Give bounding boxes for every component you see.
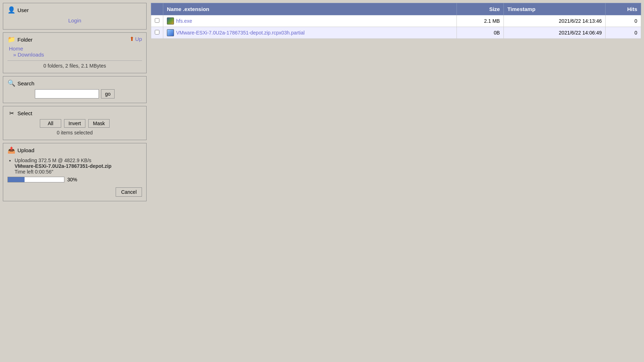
table-header-row: Name .extension Size Timestamp Hits <box>151 3 641 15</box>
select-mask-button[interactable]: Mask <box>88 119 110 128</box>
row-checkbox[interactable] <box>155 30 159 34</box>
upload-filename: VMware-ESXi-7.0U2a-17867351-depot.zip <box>15 163 111 169</box>
select-panel: ✂ Select All Invert Mask 0 items selecte… <box>3 106 147 140</box>
table-row: VMware-ESXi-7.0U2a-17867351-depot.zip.rc… <box>151 27 641 39</box>
search-panel: 🔍 Search go <box>3 76 147 103</box>
downloads-link[interactable]: Downloads <box>13 52 142 58</box>
col-checkbox-header <box>151 3 163 15</box>
select-invert-button[interactable]: Invert <box>64 119 85 128</box>
upload-icon: 📤 <box>7 146 15 154</box>
file-table: Name .extension Size Timestamp Hits hfs.… <box>151 3 641 39</box>
zip-file-icon <box>167 29 174 36</box>
row-timestamp-cell: 2021/6/22 14:06:49 <box>503 27 605 39</box>
upload-panel-legend: 📤 Upload <box>7 146 142 154</box>
login-link[interactable]: Login <box>7 16 142 25</box>
search-go-button[interactable]: go <box>101 89 115 99</box>
user-panel: 👤 User Login <box>3 3 147 30</box>
progress-bar-bg <box>7 177 64 182</box>
row-hits-cell: 0 <box>606 15 641 27</box>
row-size-cell: 2.1 MB <box>456 15 503 27</box>
select-panel-legend: ✂ Select <box>7 109 142 117</box>
table-row: hfs.exe2.1 MB2021/6/22 14:13:460 <box>151 15 641 27</box>
hfs-file-icon <box>167 17 174 25</box>
upload-panel: 📤 Upload Uploading 372.5 M @ 4822.9 KB/s… <box>3 143 147 201</box>
row-timestamp-cell: 2021/6/22 14:13:46 <box>503 15 605 27</box>
select-all-button[interactable]: All <box>40 119 61 128</box>
upload-info: Uploading 372.5 M @ 4822.9 KB/s VMware-E… <box>7 156 142 184</box>
col-size-header[interactable]: Size <box>456 3 503 15</box>
folder-panel: 📁 Folder ⬆ Up Home Downloads 0 folders, … <box>3 32 147 73</box>
col-timestamp-header[interactable]: Timestamp <box>503 3 605 15</box>
search-input[interactable] <box>35 89 99 99</box>
folder-panel-legend: 📁 Folder <box>7 36 142 43</box>
home-link[interactable]: Home <box>9 46 142 52</box>
progress-bar-fill <box>8 177 25 182</box>
row-name-cell: hfs.exe <box>163 15 457 27</box>
select-buttons: All Invert Mask <box>7 119 142 128</box>
progress-pct: 30% <box>67 177 77 182</box>
nav-links: Home Downloads <box>9 46 142 58</box>
main-content: Name .extension Size Timestamp Hits hfs.… <box>149 0 644 362</box>
file-link[interactable]: hfs.exe <box>176 18 192 24</box>
progress-row: 30% <box>7 177 142 182</box>
row-hits-cell: 0 <box>606 27 641 39</box>
row-name-cell: VMware-ESXi-7.0U2a-17867351-depot.zip.rc… <box>163 27 457 39</box>
row-checkbox-cell <box>151 27 163 39</box>
row-checkbox[interactable] <box>155 18 159 23</box>
selected-count: 0 items selected <box>7 130 142 135</box>
row-size-cell: 0B <box>456 27 503 39</box>
row-checkbox-cell <box>151 15 163 27</box>
cancel-button[interactable]: Cancel <box>116 187 142 197</box>
col-hits-header[interactable]: Hits <box>606 3 641 15</box>
scissors-icon: ✂ <box>7 109 15 117</box>
search-panel-legend: 🔍 Search <box>7 79 142 87</box>
up-link[interactable]: ⬆ Up <box>130 36 142 42</box>
file-link[interactable]: VMware-ESXi-7.0U2a-17867351-depot.zip.rc… <box>176 30 305 36</box>
upload-time-left: Time left 0:00:56" <box>15 169 53 175</box>
user-icon: 👤 <box>7 6 15 14</box>
search-icon: 🔍 <box>7 79 15 87</box>
folder-stats: 0 folders, 2 files, 2.1 MBytes <box>7 63 142 69</box>
folder-divider <box>7 60 142 61</box>
user-panel-legend: 👤 User <box>7 6 142 14</box>
search-row: go <box>7 89 142 99</box>
folder-icon: 📁 <box>7 36 15 43</box>
col-name-header[interactable]: Name .extension <box>163 3 457 15</box>
uploading-text: Uploading 372.5 M @ 4822.9 KB/s <box>15 158 91 163</box>
cancel-row: Cancel <box>7 187 142 197</box>
up-arrow-icon: ⬆ <box>130 36 134 42</box>
